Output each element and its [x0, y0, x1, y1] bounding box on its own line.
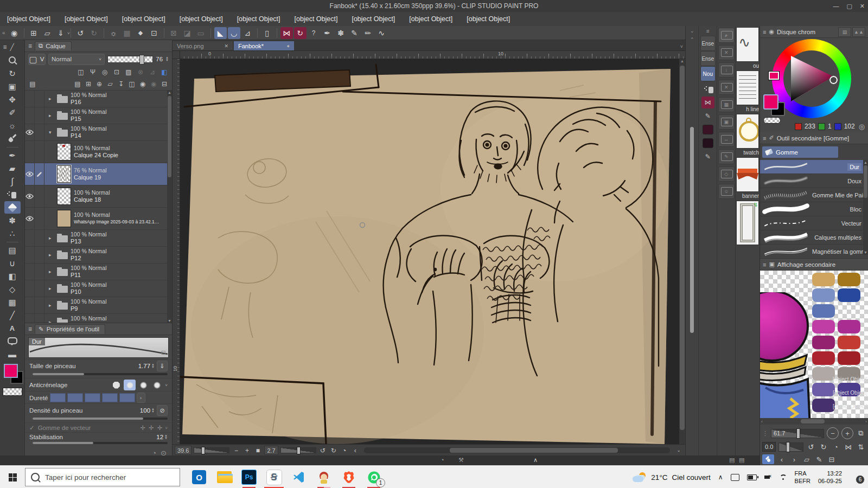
expander-icon[interactable] [49, 235, 54, 241]
taskbar-app-brave[interactable] [336, 466, 361, 488]
stabilization-spinner[interactable]: ▲▼ [164, 434, 168, 440]
nav-edit-icon[interactable]: ✎ [814, 455, 824, 464]
layer-lock-button[interactable]: ⊿ [147, 67, 158, 77]
subtool-item[interactable]: Doux [760, 174, 868, 188]
toolbar-button[interactable] [24, 28, 24, 38]
tool-button[interactable] [4, 132, 21, 145]
color-swatch[interactable] [838, 320, 860, 333]
color-swatch[interactable] [838, 288, 860, 302]
tool-button[interactable] [4, 257, 21, 269]
menu-item[interactable]: [object Object] [288, 15, 345, 23]
history-color-swatch[interactable] [703, 125, 713, 134]
material-folder-button[interactable]: ↓ [718, 62, 735, 78]
palette-color-button[interactable]: ▢ ˅ [28, 54, 46, 65]
vector-eraser-checkbox[interactable]: ✓ [29, 424, 35, 432]
secondary-horizontal-scrollbar[interactable]: ‹ › [760, 418, 868, 425]
color-wheel-tab-icon[interactable]: ◉ [769, 28, 774, 35]
prev-view-icon[interactable]: ‹ [351, 447, 360, 454]
layer-action-button[interactable]: ◉ [148, 79, 159, 89]
layer-lock-button[interactable]: ⊡ [111, 67, 122, 77]
toolbar-button[interactable] [28, 27, 40, 39]
taskbar-app-photoshop[interactable]: Ps [237, 466, 261, 488]
nav-rotation-value[interactable]: 0.0 [762, 442, 776, 452]
language-indicator[interactable]: FRABEFR [795, 470, 810, 485]
tab-calque[interactable]: ⧉ Calque [35, 41, 72, 50]
nav-trash-icon[interactable]: ⊟ [827, 455, 837, 464]
toolbar-button[interactable] [308, 27, 320, 39]
color-swatch[interactable] [812, 288, 835, 302]
visibility-toggle[interactable] [25, 141, 35, 163]
rotate-left-icon[interactable]: ↺ [318, 447, 327, 454]
page-icon[interactable]: ▤ [729, 457, 735, 464]
tool-button[interactable] [4, 348, 21, 361]
tab-list-chevron-icon[interactable]: ˅ [680, 44, 683, 49]
expander-icon[interactable] [49, 269, 54, 274]
expander-icon[interactable] [49, 130, 54, 135]
layer-list-scrollbar[interactable]: ▲ ▼ [167, 91, 172, 323]
vector-mode-1-icon[interactable]: ✛ [140, 424, 145, 432]
stabilization-slider[interactable] [33, 442, 168, 444]
menu-item[interactable]: [object Object] [402, 15, 459, 23]
mid-scrollbar[interactable] [690, 127, 694, 333]
antialias-none-button[interactable] [110, 380, 122, 390]
material-folder-button[interactable]: ☺ [718, 184, 735, 199]
visibility-toggle[interactable] [25, 297, 35, 313]
nav-handle-icon[interactable]: ⋮ [762, 430, 768, 437]
collapse-up-icon[interactable]: ⌃ [690, 37, 694, 42]
reset-view-icon[interactable]: ◔ [340, 447, 349, 454]
layer-row[interactable]: 100 % Normal Calque 24 Copie [25, 141, 172, 163]
subtool-item[interactable]: Gomme Mie de Pain [760, 188, 868, 202]
toolbar-button[interactable] [321, 27, 334, 39]
subtool-item[interactable]: Calques multiples [760, 230, 868, 245]
layer-row[interactable]: 100 % Normal WhatsApp Image 2025-09-03 à… [25, 208, 172, 230]
tool-button[interactable] [4, 335, 21, 348]
toolbar-button[interactable] [135, 27, 147, 39]
layer-lock-button[interactable]: ▨ [123, 67, 134, 77]
muted-speaker-icon[interactable] [764, 474, 772, 480]
taskbar-search[interactable]: Taper ici pour rechercher [25, 468, 180, 486]
subtool-menu-icon[interactable]: ≡ [763, 135, 766, 142]
taskbar-app-vscode[interactable] [286, 466, 311, 488]
visibility-toggle[interactable] [25, 208, 35, 229]
subtool-item[interactable]: Bloc [760, 202, 868, 216]
collapse-down-icon[interactable]: ⌄ [690, 28, 694, 34]
layer-lock-button[interactable]: Ψ [87, 67, 98, 77]
layer-row[interactable]: 100 % Normal P8 [25, 314, 172, 323]
hardness-step-4[interactable] [102, 393, 118, 402]
density-spinner[interactable]: ▲▼ [151, 408, 155, 413]
nav-prev-icon[interactable]: ‹ [777, 455, 787, 464]
toolbar-button[interactable] [74, 27, 87, 39]
brush-size-spinner[interactable]: ▲▼ [151, 363, 155, 369]
tablet-mode-tray-icon[interactable] [731, 474, 739, 481]
toolbar-button[interactable] [8, 27, 21, 39]
hardness-more-button[interactable]: › [137, 393, 145, 403]
layer-row[interactable]: 100 % Normal P13 [25, 230, 172, 247]
toolbar-button[interactable] [362, 27, 374, 39]
color-swatch[interactable] [812, 336, 835, 349]
tool-button[interactable] [4, 240, 21, 243]
toolbar-button[interactable] [104, 28, 104, 38]
close-button[interactable]: ✕ [860, 3, 865, 10]
transparent-color-button[interactable] [3, 388, 22, 396]
color-swatch[interactable] [812, 273, 835, 286]
toolbar-button[interactable] [277, 28, 277, 38]
scroll-right-icon[interactable]: › [865, 419, 867, 424]
hardness-step-1[interactable] [50, 393, 66, 402]
toolbar-button[interactable] [168, 27, 180, 39]
toolbar-button[interactable] [195, 27, 207, 39]
color-swatch[interactable] [812, 399, 835, 412]
antialias-chevron-icon[interactable]: ˅ [165, 383, 168, 388]
nav-zoom-out-button[interactable]: − [827, 427, 839, 439]
blend-mode-select[interactable]: Normal˅ [48, 54, 105, 65]
tool-button[interactable] [4, 80, 21, 93]
material-item[interactable]: twatch [736, 114, 760, 157]
layer-view-mode-icon[interactable]: ▤ [27, 79, 38, 89]
sv-marker[interactable] [829, 76, 838, 84]
material-folder-button[interactable]: ✎ [718, 149, 735, 164]
vector-mode-2-icon[interactable]: ✛ [149, 424, 154, 432]
menu-item[interactable]: [object Object] [58, 15, 115, 23]
density-slider[interactable] [33, 418, 168, 420]
layer-action-button[interactable]: ◫ [126, 79, 137, 89]
layer-row[interactable]: 100 % Normal P10 [25, 280, 172, 297]
material-folder-button[interactable]: ↔ [718, 132, 735, 147]
